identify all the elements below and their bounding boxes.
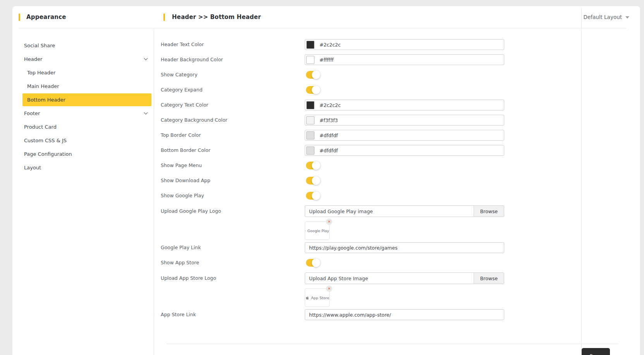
field-label: Category Background Color [161, 117, 305, 123]
sidebar-item-label: Layout [24, 164, 41, 171]
sidebar-item-top-header[interactable]: Top Header [22, 66, 151, 79]
google-play-preview: Google Play ✕ [305, 221, 330, 240]
app-store-browse-button[interactable]: Browse [474, 273, 504, 284]
sidebar-item-label: Top Header [27, 69, 55, 76]
show-download-app-toggle[interactable] [306, 177, 319, 184]
field-label: Header Background Color [161, 57, 305, 63]
field-label: Show App Store [161, 260, 305, 266]
show-google-play-toggle[interactable] [306, 192, 319, 200]
form-row: Show Category [161, 69, 581, 80]
field-label: Top Border Color [161, 132, 305, 138]
bottom-border-color-input[interactable] [319, 148, 501, 153]
field-label: Bottom Border Color [161, 147, 305, 153]
google-play-brand-text: Google Play [307, 229, 329, 233]
google-play-link-input[interactable] [305, 242, 504, 253]
sidebar-item-label: Main Header [27, 83, 59, 90]
google-play-upload-field: Browse [305, 205, 504, 217]
app-store-upload-field: Browse [305, 272, 504, 284]
google-play-close-icon[interactable]: ✕ [326, 219, 332, 225]
save-button[interactable]: Save [582, 348, 610, 355]
sidebar-item-footer[interactable]: Footer [22, 107, 151, 120]
google-play-upload-input[interactable] [305, 206, 474, 217]
right-rail [581, 28, 640, 355]
top-border-color-input[interactable] [319, 133, 501, 138]
form-row: Top Border Color [161, 130, 581, 141]
category-background-color-input[interactable] [319, 117, 501, 123]
top-border-color-swatch[interactable] [306, 131, 314, 140]
page-title: Header >> Bottom Header [172, 14, 261, 21]
toggle-knob [312, 191, 320, 200]
field-label: App Store Link [161, 312, 305, 318]
header-background-color-swatch[interactable] [306, 56, 314, 64]
form-bottom-divider [167, 344, 618, 344]
layout-selector-label: Default Layout [583, 14, 622, 20]
header-background-color-input[interactable] [319, 57, 501, 63]
top-border-color-field [305, 130, 504, 141]
category-expand-toggle[interactable] [306, 86, 319, 94]
accent-bar [163, 14, 165, 21]
sidebar-item-social-share[interactable]: Social Share [22, 39, 151, 52]
sidebar-item-main-header[interactable]: Main Header [22, 80, 151, 93]
sidebar-item-header[interactable]: Header [22, 53, 151, 65]
form-row: Show App Store [161, 257, 581, 268]
sidebar-item-label: Bottom Header [27, 97, 65, 103]
show-category-toggle[interactable] [306, 71, 319, 79]
sidebar-item-custom-css-js[interactable]: Custom CSS & JS [22, 134, 151, 147]
field-label: Category Text Color [161, 102, 305, 108]
sidebar-item-label: Page Configuration [24, 151, 72, 157]
sidebar-item-label: Footer [24, 110, 40, 117]
form-row: Upload App Store Logo Browse [161, 272, 581, 284]
accent-bar [19, 14, 20, 21]
appearance-settings-card: Appearance Header >> Bottom Header Defau… [12, 6, 640, 355]
form-row: Google Play ✕ [161, 221, 581, 240]
form-row: Category Text Color [161, 100, 581, 110]
card-header: Appearance Header >> Bottom Header Defau… [12, 6, 640, 28]
app-store-preview: App Store ✕ [305, 288, 330, 307]
app-store-close-icon[interactable]: ✕ [326, 286, 332, 292]
category-text-color-swatch[interactable] [306, 101, 314, 109]
layout-selector[interactable]: Default Layout [581, 14, 640, 20]
field-label: Category Expand [161, 87, 305, 93]
sidebar-item-label: Social Share [24, 42, 55, 49]
category-background-color-swatch[interactable] [306, 116, 314, 124]
toggle-knob [312, 161, 320, 170]
category-text-color-input[interactable] [319, 102, 501, 108]
form-row: Category Background Color [161, 115, 581, 126]
sidebar-item-page-configuration[interactable]: Page Configuration [22, 148, 151, 160]
sidebar-item-label: Custom CSS & JS [24, 137, 67, 144]
chevron-down-icon [144, 111, 148, 115]
form-row: Category Expand [161, 84, 581, 95]
header-text-color-swatch[interactable] [306, 41, 314, 49]
form-row: Upload Google Play Logo Browse [161, 205, 581, 217]
header-text-color-field [305, 39, 504, 50]
apple-logo-icon [305, 295, 309, 301]
field-label: Upload App Store Logo [161, 275, 305, 281]
settings-form: Header Text Color Header Background Colo… [154, 28, 581, 355]
sidebar-item-layout[interactable]: Layout [22, 161, 151, 174]
header-text-color-input[interactable] [319, 42, 501, 48]
bottom-border-color-field [305, 145, 504, 156]
google-play-logo-icon [305, 228, 306, 234]
show-page-menu-toggle[interactable] [306, 162, 319, 169]
toggle-knob [312, 258, 320, 267]
toggle-knob [312, 176, 320, 185]
form-row: Show Google Play [161, 190, 581, 201]
sidebar-item-label: Header [24, 56, 42, 62]
form-row: Bottom Border Color [161, 145, 581, 156]
form-row: Show Download App [161, 175, 581, 186]
field-label: Show Download App [161, 178, 305, 184]
form-row: App Store Link [161, 309, 581, 320]
sidebar-item-bottom-header[interactable]: Bottom Header [22, 93, 151, 106]
dropdown-arrow-icon [625, 16, 629, 19]
form-row: Header Text Color [161, 39, 581, 50]
bottom-border-color-swatch[interactable] [306, 146, 314, 155]
form-row: Show Page Menu [161, 160, 581, 171]
google-play-browse-button[interactable]: Browse [474, 206, 504, 217]
app-store-link-input[interactable] [305, 309, 504, 320]
show-app-store-toggle[interactable] [306, 259, 319, 267]
app-store-brand-text: App Store [311, 296, 329, 300]
sidebar-item-label: Product Card [24, 124, 57, 130]
card-body: Social Share Header Top Header Main Head… [12, 28, 640, 355]
sidebar-item-product-card[interactable]: Product Card [22, 121, 151, 133]
app-store-upload-input[interactable] [305, 273, 474, 284]
